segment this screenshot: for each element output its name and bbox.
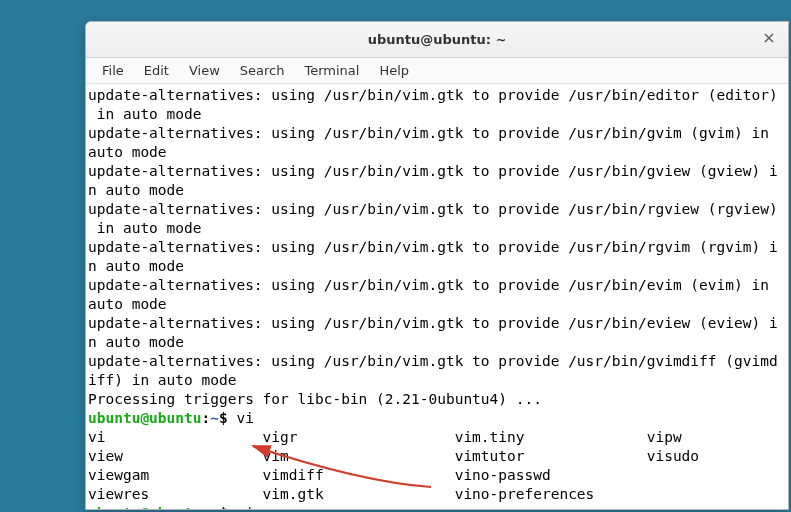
menu-help[interactable]: Help: [369, 59, 419, 82]
menu-terminal[interactable]: Terminal: [294, 59, 369, 82]
menubar: File Edit View Search Terminal Help: [86, 58, 788, 84]
watermark: @51CTO博客: [698, 488, 779, 506]
menu-search[interactable]: Search: [230, 59, 295, 82]
titlebar[interactable]: ubuntu@ubuntu: ~ ×: [86, 22, 788, 58]
close-icon[interactable]: ×: [760, 30, 778, 48]
menu-edit[interactable]: Edit: [134, 59, 179, 82]
terminal-window: ubuntu@ubuntu: ~ × File Edit View Search…: [85, 21, 789, 510]
window-title: ubuntu@ubuntu: ~: [368, 32, 507, 47]
terminal-output[interactable]: update-alternatives: using /usr/bin/vim.…: [86, 84, 788, 510]
menu-file[interactable]: File: [92, 59, 134, 82]
menu-view[interactable]: View: [179, 59, 230, 82]
